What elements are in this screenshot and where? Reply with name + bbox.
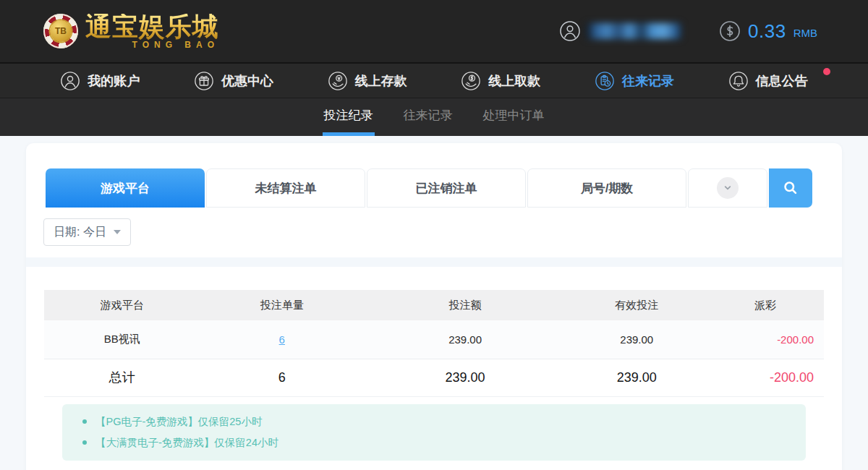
total-valid-bet: 239.00 bbox=[566, 359, 707, 396]
subtab-transaction-records[interactable]: 往来记录 bbox=[402, 98, 454, 136]
brand-text: 通宝娱乐城 TONG BAO bbox=[85, 14, 219, 49]
table-total-row: 总计 6 239.00 239.00 -200.00 bbox=[44, 359, 824, 396]
col-header-bet-count: 投注单量 bbox=[200, 290, 364, 320]
brand-name: 通宝娱乐城 bbox=[85, 14, 219, 40]
section-divider bbox=[26, 257, 842, 267]
bullet-dot-icon bbox=[82, 440, 87, 445]
cell-bet-amount: 239.00 bbox=[364, 320, 566, 359]
col-header-bet-amount: 投注额 bbox=[364, 290, 566, 320]
bell-icon bbox=[728, 71, 749, 91]
total-label: 总计 bbox=[44, 359, 200, 396]
balance[interactable]: 0.33 RMB bbox=[719, 20, 817, 43]
nav-label: 线上取款 bbox=[488, 72, 540, 90]
casino-chip-logo-icon: TB bbox=[43, 14, 78, 48]
chevron-circle bbox=[717, 177, 739, 199]
username-blurred[interactable] bbox=[586, 23, 681, 39]
chevron-down-icon bbox=[720, 180, 736, 196]
gift-icon bbox=[194, 71, 214, 91]
caret-down-icon bbox=[114, 230, 121, 234]
note-item: 【大满贯电子-免费游戏】仅保留24小时 bbox=[62, 432, 806, 453]
date-filter-dropdown[interactable]: 日期: 今日 bbox=[43, 218, 131, 246]
tab-game-platform[interactable]: 游戏平台 bbox=[46, 168, 205, 208]
tab-round-number[interactable]: 局号/期数 bbox=[527, 168, 686, 208]
nav-label: 线上存款 bbox=[355, 72, 407, 90]
filter-tabs: 游戏平台 未结算注单 已注销注单 局号/期数 bbox=[46, 168, 822, 208]
sub-nav: 投注纪录 往来记录 处理中订单 bbox=[0, 98, 868, 136]
total-payout: -200.00 bbox=[707, 359, 824, 396]
nav-label: 优惠中心 bbox=[221, 72, 273, 90]
bullet-dot-icon bbox=[82, 419, 87, 424]
nav-label: 往来记录 bbox=[622, 72, 674, 90]
note-item: 【PG电子-免费游戏】仅保留25小时 bbox=[62, 411, 806, 432]
records-icon bbox=[595, 71, 615, 91]
balance-currency: RMB bbox=[793, 27, 817, 39]
coin-dollar-icon bbox=[719, 20, 741, 42]
nav-item-promotions[interactable]: 优惠中心 bbox=[194, 71, 273, 91]
nav-item-withdraw[interactable]: 线上取款 bbox=[461, 71, 540, 91]
content-card: 游戏平台 未结算注单 已注销注单 局号/期数 日期: 今日 bbox=[26, 143, 842, 470]
col-header-payout: 派彩 bbox=[707, 290, 824, 320]
total-bet-count: 6 bbox=[200, 359, 364, 396]
bet-count-link[interactable]: 6 bbox=[279, 333, 285, 346]
total-bet-amount: 239.00 bbox=[364, 359, 566, 396]
col-header-valid-bet: 有效投注 bbox=[566, 290, 707, 320]
top-header: TB 通宝娱乐城 TONG BAO 0.33 RMB bbox=[0, 0, 868, 64]
bet-summary-section: 游戏平台 投注单量 投注额 有效投注 派彩 BB视讯 6 239.00 239.… bbox=[26, 267, 842, 461]
user-icon bbox=[60, 71, 80, 91]
cell-payout: -200.00 bbox=[707, 320, 824, 359]
cell-valid-bet: 239.00 bbox=[566, 320, 707, 359]
balance-amount: 0.33 bbox=[748, 20, 786, 43]
nav-item-deposit[interactable]: 线上存款 bbox=[328, 71, 407, 91]
date-filter-label: 日期: 今日 bbox=[54, 225, 106, 240]
nav-item-announcements[interactable]: 信息公告 bbox=[728, 71, 808, 91]
nav-item-transaction-records[interactable]: 往来记录 bbox=[595, 71, 674, 91]
main-nav: 我的账户 优惠中心 线上存款 线上取款 bbox=[0, 64, 868, 98]
date-filter-row: 日期: 今日 bbox=[26, 208, 842, 257]
subtab-bet-records[interactable]: 投注纪录 bbox=[323, 98, 375, 136]
notification-dot bbox=[823, 68, 830, 75]
chip-monogram: TB bbox=[50, 20, 72, 42]
user-avatar-icon bbox=[559, 20, 581, 42]
cell-platform: BB视讯 bbox=[44, 320, 200, 359]
retention-notes: 【PG电子-免费游戏】仅保留25小时 【大满贯电子-免费游戏】仅保留24小时 bbox=[62, 404, 806, 461]
withdraw-icon bbox=[461, 71, 481, 91]
note-text: 【大满贯电子-免费游戏】仅保留24小时 bbox=[95, 436, 278, 450]
deposit-icon bbox=[328, 71, 348, 91]
tabs-dropdown[interactable] bbox=[688, 168, 767, 208]
table-row: BB视讯 6 239.00 239.00 -200.00 bbox=[44, 320, 824, 359]
nav-label: 信息公告 bbox=[756, 72, 808, 90]
brand-latin-name: TONG BAO bbox=[85, 40, 219, 49]
search-button[interactable] bbox=[769, 168, 812, 208]
tab-unsettled-bets[interactable]: 未结算注单 bbox=[206, 168, 365, 208]
brand-logo[interactable]: TB 通宝娱乐城 TONG BAO bbox=[43, 14, 219, 49]
bet-summary-table: 游戏平台 投注单量 投注额 有效投注 派彩 BB视讯 6 239.00 239.… bbox=[44, 290, 824, 397]
user-area bbox=[559, 20, 681, 42]
tab-cancelled-bets[interactable]: 已注销注单 bbox=[367, 168, 526, 208]
col-header-platform: 游戏平台 bbox=[44, 290, 200, 320]
nav-label: 我的账户 bbox=[88, 72, 140, 90]
search-icon bbox=[781, 179, 800, 197]
subtab-processing-orders[interactable]: 处理中订单 bbox=[482, 98, 546, 136]
cell-bet-count: 6 bbox=[200, 320, 364, 359]
note-text: 【PG电子-免费游戏】仅保留25小时 bbox=[95, 415, 262, 429]
table-header-row: 游戏平台 投注单量 投注额 有效投注 派彩 bbox=[44, 290, 824, 320]
nav-item-my-account[interactable]: 我的账户 bbox=[60, 71, 140, 91]
